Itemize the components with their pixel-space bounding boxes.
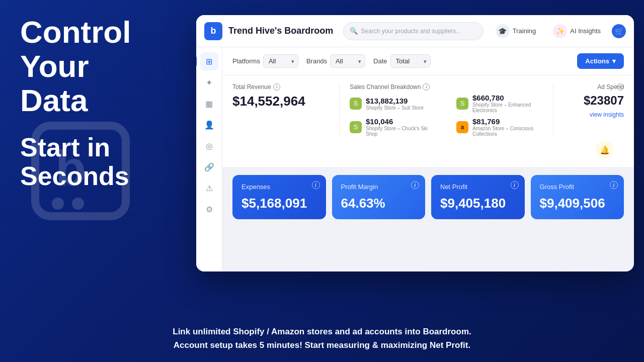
bottom-line2: Account setup takes 5 minutes! Start mea… xyxy=(0,338,644,352)
shopify-logo-0: S xyxy=(350,98,362,110)
sales-channel-title: Sales Channel Breakdown i xyxy=(350,83,543,90)
search-icon: 🔍 xyxy=(350,27,358,35)
channel-item-2: S $10,046 Shopify Store – Chuck's Ski Sh… xyxy=(350,117,436,137)
training-label: Training xyxy=(513,27,536,35)
hero-section: ControlYourData Start inSeconds xyxy=(20,15,191,206)
main-content: Platforms All Brands All xyxy=(222,47,634,272)
hero-title: ControlYourData xyxy=(20,15,191,118)
channel-name-1: Shopify Store – Enhanced Electronics xyxy=(472,102,543,113)
channel-value-2: $10,046 xyxy=(366,117,436,126)
bell-area: 🔔 xyxy=(232,137,624,159)
platforms-select[interactable]: All xyxy=(263,54,298,68)
brands-filter: Brands All xyxy=(306,54,365,68)
bottom-line1: Link unlimited Shopify / Amazon stores a… xyxy=(0,325,644,338)
ai-insights-label: AI Insights xyxy=(570,27,601,35)
sales-channel-info-icon: i xyxy=(423,83,430,90)
channel-item-1: S $660,780 Shopify Store – Enhanced Elec… xyxy=(456,94,543,113)
total-revenue-title: Total Revenue i xyxy=(232,83,329,90)
ai-icon: ✨ xyxy=(553,24,567,38)
expenses-value: $5,168,091 xyxy=(242,196,317,211)
app-logo: b xyxy=(204,22,222,40)
date-label: Date xyxy=(373,57,387,65)
cart-icon[interactable]: 🛒 xyxy=(612,24,626,38)
gross-profit-value: $9,409,506 xyxy=(540,196,615,211)
sidebar-item-alerts[interactable]: ⚠ xyxy=(200,179,218,197)
profit-margin-title: Profit Margin xyxy=(341,183,417,191)
main-area: ⊞ ✦ ▦ 👤 ◎ 🔗 ⚠ ⚙ Platforms All xyxy=(196,47,634,272)
net-profit-title: Net Profit xyxy=(440,183,516,191)
view-insights-link[interactable]: view insights xyxy=(590,111,624,118)
ad-spend-value: $23807 xyxy=(564,94,624,108)
dashboard-window: b Trend Hive's Boardroom 🔍 Search your p… xyxy=(196,15,634,272)
total-revenue-value: $14,552,964 xyxy=(232,94,329,109)
sidebar-item-charts[interactable]: ◎ xyxy=(200,137,218,155)
sidebar-item-home[interactable]: ⊞ xyxy=(200,52,218,70)
channel-name-0: Shopify Store – Suit Store xyxy=(366,105,424,111)
channel-item-0: S $13,882,139 Shopify Store – Suit Store xyxy=(350,94,436,113)
sidebar-item-settings[interactable]: ⚙ xyxy=(200,200,218,218)
search-placeholder: Search your products and suppliers... xyxy=(361,28,461,35)
channel-name-3: Amazon Store – Conscious Collections xyxy=(472,126,543,137)
top-bar: b Trend Hive's Boardroom 🔍 Search your p… xyxy=(196,15,634,47)
platforms-filter: Platforms All xyxy=(232,54,298,68)
shopify-logo-1: S xyxy=(456,98,468,110)
actions-label: Actions xyxy=(585,57,609,65)
search-bar[interactable]: 🔍 Search your products and suppliers... xyxy=(343,22,483,40)
total-revenue-info-icon: i xyxy=(273,83,280,90)
sidebar-item-reports[interactable]: ▦ xyxy=(200,95,218,113)
sales-channel-block: Sales Channel Breakdown i S $13,882,139 … xyxy=(340,83,553,137)
metrics-top: Total Revenue i $14,552,964 Sales Channe… xyxy=(232,83,624,137)
channel-value-0: $13,882,139 xyxy=(366,97,424,105)
hero-subtitle: Start inSeconds xyxy=(20,133,191,191)
platforms-label: Platforms xyxy=(232,57,260,65)
ai-insights-button[interactable]: ✨ AI Insights xyxy=(547,21,607,41)
total-revenue-block: Total Revenue i $14,552,964 xyxy=(232,83,340,137)
bottom-text-section: Link unlimited Shopify / Amazon stores a… xyxy=(0,325,644,352)
filter-bar: Platforms All Brands All xyxy=(222,47,634,75)
notification-bell-button[interactable]: 🔔 xyxy=(596,141,614,159)
sidebar-item-analytics[interactable]: ✦ xyxy=(200,73,218,92)
brands-select-wrapper[interactable]: All xyxy=(330,54,365,68)
amazon-logo-0: a xyxy=(456,121,468,133)
training-icon: 🎓 xyxy=(496,24,510,38)
channel-name-2: Shopify Store – Chuck's Ski Shop xyxy=(366,126,436,137)
brands-label: Brands xyxy=(306,57,327,65)
channel-value-1: $660,780 xyxy=(472,94,543,102)
stat-card-net-profit: i Net Profit $9,405,180 xyxy=(431,175,525,219)
ad-spend-title: Ad Spend xyxy=(564,83,624,90)
ad-spend-block: i Ad Spend $23807 view insights xyxy=(553,83,624,137)
stat-card-profit-margin: i Profit Margin 64.63% xyxy=(332,175,426,219)
shopify-logo-2: S xyxy=(350,121,362,133)
date-select-wrapper[interactable]: Total xyxy=(390,54,431,68)
app-title: Trend Hive's Boardroom xyxy=(228,26,333,36)
expenses-title: Expenses xyxy=(242,183,317,191)
stat-card-gross-profit: i Gross Profit $9,409,506 xyxy=(531,175,624,219)
date-select[interactable]: Total xyxy=(390,54,431,68)
date-filter: Date Total xyxy=(373,54,430,68)
actions-chevron-icon: ▾ xyxy=(612,57,616,65)
net-profit-value: $9,405,180 xyxy=(440,196,516,211)
profit-margin-value: 64.63% xyxy=(341,196,417,211)
sidebar-item-users[interactable]: 👤 xyxy=(200,116,218,134)
ad-spend-info-icon: i xyxy=(617,83,624,90)
actions-button[interactable]: Actions ▾ xyxy=(577,53,624,69)
channels-grid: S $13,882,139 Shopify Store – Suit Store… xyxy=(350,94,543,137)
brands-select[interactable]: All xyxy=(330,54,365,68)
training-button[interactable]: 🎓 Training xyxy=(490,21,542,41)
stat-card-expenses: i Expenses $5,168,091 xyxy=(232,175,326,219)
metrics-section: Total Revenue i $14,552,964 Sales Channe… xyxy=(222,75,634,167)
sidebar: ⊞ ✦ ▦ 👤 ◎ 🔗 ⚠ ⚙ xyxy=(196,47,222,272)
channel-item-3: a $81,769 Amazon Store – Conscious Colle… xyxy=(456,117,543,137)
stat-cards: i Expenses $5,168,091 i Profit Margin 64… xyxy=(222,167,634,227)
channel-value-3: $81,769 xyxy=(472,117,543,126)
nav-actions: 🎓 Training ✨ AI Insights 🛒 xyxy=(490,21,626,41)
platforms-select-wrapper[interactable]: All xyxy=(263,54,298,68)
sidebar-item-links[interactable]: 🔗 xyxy=(200,158,218,176)
gross-profit-title: Gross Profit xyxy=(540,183,615,191)
